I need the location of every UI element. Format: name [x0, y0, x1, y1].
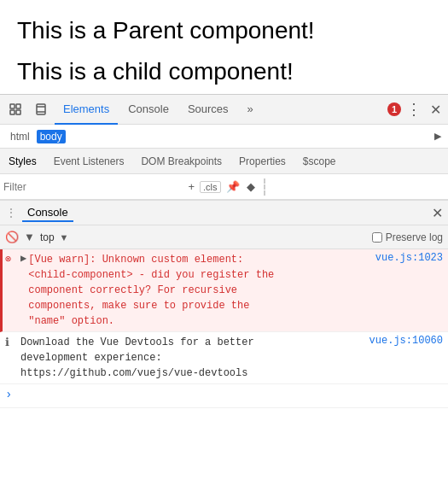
svg-rect-3 [16, 110, 20, 114]
context-select[interactable]: top [40, 231, 55, 243]
console-header: ⋮ Console ✕ [0, 200, 448, 225]
styles-tab-dom-breakpoints[interactable]: DOM Breakpoints [132, 152, 230, 171]
console-body: ⊗ ▶ [Vue warn]: Unknown custom element:<… [0, 249, 448, 461]
block-icon[interactable]: 🚫 [5, 231, 19, 243]
svg-rect-1 [16, 104, 20, 108]
error-circle-icon: ⊗ [5, 253, 17, 266]
tab-sources[interactable]: Sources [179, 95, 237, 125]
console-prompt-row: › [0, 384, 448, 408]
context-arrow-icon[interactable]: ▼ [60, 232, 69, 243]
drag-handle-icon[interactable]: ⋮ [5, 206, 17, 219]
styles-tab-styles[interactable]: Styles [0, 152, 45, 171]
console-tab-label[interactable]: Console [22, 204, 73, 222]
styles-tab-properties[interactable]: Properties [230, 152, 294, 171]
console-close-button[interactable]: ✕ [432, 205, 443, 221]
svg-rect-2 [10, 110, 15, 114]
breadcrumb-html[interactable]: html [7, 130, 33, 143]
more-options-button[interactable]: ⋮ [403, 100, 425, 119]
breadcrumb-bar: html body ▶ [0, 125, 448, 149]
info-icon: ℹ [5, 336, 17, 349]
error-count: 1 [387, 102, 401, 116]
inspect-element-icon[interactable] [3, 97, 27, 121]
tab-more[interactable]: » [239, 95, 262, 125]
cls-button[interactable]: .cls [200, 181, 221, 193]
breadcrumb-body[interactable]: body [37, 130, 66, 143]
error-badge: 1 [387, 102, 401, 116]
tab-console[interactable]: Console [119, 95, 177, 125]
info-message-text: Download the Vue Devtools for a betterde… [20, 335, 363, 381]
console-toolbar: 🚫 ▼ top ▼ Preserve log [0, 225, 448, 249]
filter-input[interactable] [3, 181, 183, 193]
filter-bar: + .cls 📌 ◆ [0, 174, 448, 200]
console-row-vue-warn: ⊗ ▶ [Vue warn]: Unknown custom element:<… [0, 249, 448, 332]
child-component-text: This is a child component! [17, 58, 431, 85]
styles-tab-scope[interactable]: $scope [294, 152, 345, 171]
error-message-text: [Vue warn]: Unknown custom element:<chil… [28, 252, 369, 329]
preserve-log-label: Preserve log [386, 231, 443, 243]
devtools-panel: Elements Console Sources » 1 ⋮ ✕ html bo… [0, 94, 448, 461]
scroll-right-icon[interactable]: ▶ [434, 131, 441, 142]
preserve-log-checkbox[interactable] [372, 232, 382, 243]
add-filter-icon[interactable]: + [186, 180, 196, 193]
device-icon[interactable] [29, 97, 53, 121]
preserve-log-option: Preserve log [372, 231, 443, 243]
styles-toolbar: Styles Event Listeners DOM Breakpoints P… [0, 149, 448, 174]
parent-component-text: This is a Parent component! [17, 17, 431, 44]
page-content: This is a Parent component! This is a ch… [0, 0, 448, 94]
error-source-link[interactable]: vue.js:1023 [369, 252, 443, 264]
styles-tab-event-listeners[interactable]: Event Listeners [45, 152, 133, 171]
expand-error-icon[interactable]: ▶ [20, 252, 26, 265]
toggle-icon[interactable]: ◆ [245, 180, 257, 193]
pin-icon[interactable]: 📌 [224, 180, 241, 193]
tab-elements[interactable]: Elements [55, 95, 118, 125]
close-devtools-button[interactable]: ✕ [427, 102, 445, 118]
devtools-toolbar: Elements Console Sources » 1 ⋮ ✕ [0, 95, 448, 125]
svg-rect-0 [10, 104, 15, 108]
filter-console-icon[interactable]: ▼ [24, 231, 35, 243]
info-source-link[interactable]: vue.js:10060 [363, 335, 443, 347]
prompt-chevron-icon: › [5, 388, 17, 401]
svg-rect-4 [37, 104, 45, 114]
console-row-download: ℹ Download the Vue Devtools for a better… [0, 332, 448, 384]
